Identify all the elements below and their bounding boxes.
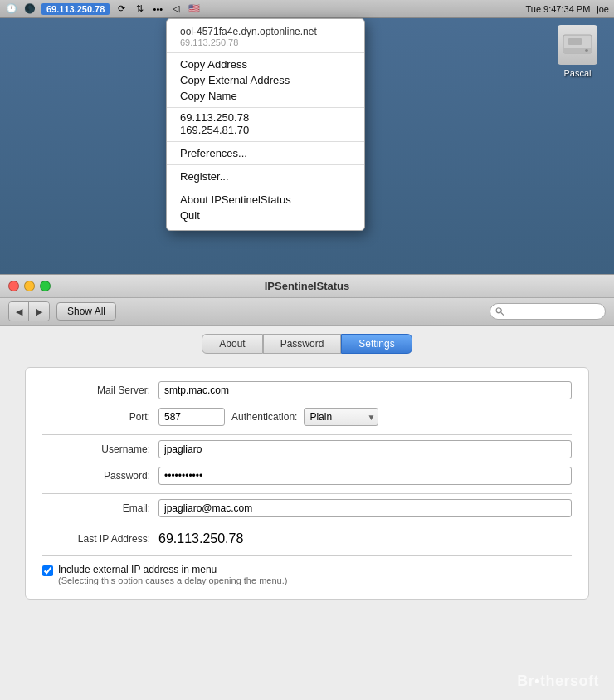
- divider-3: [42, 526, 572, 526]
- dropdown-section-prefs: Preferences...: [167, 142, 364, 165]
- refresh-icon: ⟳: [115, 2, 128, 16]
- drive-image: [558, 25, 597, 65]
- window-title: IPSentinelStatus: [265, 280, 350, 292]
- username-input[interactable]: [158, 440, 572, 458]
- desktop: 🕐 🌑 69.113.250.78 ⟳ ⇅ ••• ◁ 🇺🇸 Tue 9:47:…: [0, 0, 614, 274]
- email-row: Email:: [42, 499, 572, 517]
- preferences-window: IPSentinelStatus ◀ ▶ Show All About Pass…: [0, 274, 614, 700]
- tab-about[interactable]: About: [202, 334, 262, 354]
- register-item[interactable]: Register...: [167, 169, 364, 184]
- menubar-left: 🕐 🌑 69.113.250.78 ⟳ ⇅ ••• ◁ 🇺🇸: [5, 2, 201, 16]
- last-ip-row: Last IP Address: 69.113.250.78: [42, 531, 572, 546]
- datetime: Tue 9:47:34 PM: [525, 4, 590, 14]
- show-all-button[interactable]: Show All: [56, 302, 116, 321]
- port-auth-row: Port: Authentication: Plain MD5 Login No…: [42, 408, 572, 426]
- svg-line-5: [501, 313, 504, 316]
- dropdown-menu: ool-4571fa4e.dyn.optonline.net 69.113.25…: [166, 18, 365, 231]
- settings-form: Mail Server: Port: Authentication: Plain…: [25, 367, 589, 600]
- copy-name-item[interactable]: Copy Name: [167, 88, 364, 104]
- branding: Br•thersoft: [517, 673, 599, 690]
- copy-external-item[interactable]: Copy External Address: [167, 72, 364, 88]
- titlebar: IPSentinelStatus: [0, 275, 614, 298]
- maximize-button[interactable]: [40, 281, 51, 291]
- divider-2: [42, 493, 572, 494]
- addr-secondary: 169.254.81.70: [180, 124, 351, 136]
- checkbox-sub-label: (Selecting this option causes a delay op…: [58, 575, 287, 585]
- copy-address-item[interactable]: Copy Address: [167, 56, 364, 72]
- auth-select[interactable]: Plain MD5 Login None: [304, 408, 378, 426]
- username-label: Username:: [42, 443, 150, 455]
- moon-icon: 🌑: [23, 2, 37, 16]
- search-box[interactable]: [490, 303, 606, 320]
- search-input[interactable]: [507, 306, 600, 317]
- dropdown-addresses: 69.113.250.78 169.254.81.70: [167, 108, 364, 142]
- dropdown-ip-sub: 69.113.250.78: [180, 37, 351, 47]
- quit-item[interactable]: Quit: [167, 208, 364, 223]
- username-row: Username:: [42, 440, 572, 458]
- svg-point-2: [585, 49, 588, 52]
- content-area: About Password Settings Mail Server: Por…: [0, 326, 614, 700]
- last-ip-value: 69.113.250.78: [158, 531, 243, 546]
- arrows-icon: ⇅: [133, 2, 146, 16]
- menubar: 🕐 🌑 69.113.250.78 ⟳ ⇅ ••• ◁ 🇺🇸 Tue 9:47:…: [0, 0, 614, 18]
- vol-icon: ◁: [169, 2, 183, 16]
- svg-point-4: [496, 308, 501, 313]
- password-row: Password:: [42, 467, 572, 485]
- tabs-container: About Password Settings: [202, 334, 412, 354]
- password-label: Password:: [42, 470, 150, 482]
- nav-back-button[interactable]: ◀: [9, 302, 29, 321]
- port-input[interactable]: [158, 408, 225, 426]
- port-auth-group: Authentication: Plain MD5 Login None ▼: [158, 408, 378, 426]
- close-button[interactable]: [8, 281, 19, 291]
- flag-icon: 🇺🇸: [188, 2, 201, 16]
- port-label: Port:: [42, 411, 150, 423]
- mail-server-row: Mail Server:: [42, 381, 572, 399]
- divider-1: [42, 434, 572, 435]
- drive-label: Pascal: [563, 68, 591, 78]
- dropdown-section-copy: Copy Address Copy External Address Copy …: [167, 53, 364, 108]
- dropdown-section-register: Register...: [167, 165, 364, 188]
- external-ip-checkbox[interactable]: [42, 565, 53, 576]
- menubar-right: Tue 9:47:34 PM joe: [525, 4, 609, 14]
- minimize-button[interactable]: [24, 281, 35, 291]
- hard-drive-svg: [562, 32, 593, 58]
- svg-rect-3: [568, 38, 582, 45]
- nav-forward-button[interactable]: ▶: [29, 302, 49, 321]
- drive-icon-container: Pascal: [558, 25, 597, 78]
- tab-settings[interactable]: Settings: [341, 334, 412, 354]
- about-item[interactable]: About IPSentinelStatus: [167, 192, 364, 208]
- window-controls: [8, 281, 51, 291]
- addr-primary: 69.113.250.78: [180, 111, 351, 124]
- dropdown-hostname: ool-4571fa4e.dyn.optonline.net: [180, 26, 351, 37]
- ip-display[interactable]: 69.113.250.78: [41, 3, 110, 15]
- checkbox-row: Include external IP address in menu (Sel…: [42, 564, 572, 585]
- mail-server-input[interactable]: [158, 381, 572, 399]
- search-icon: [495, 306, 504, 316]
- password-input[interactable]: [158, 467, 572, 485]
- divider-4: [42, 555, 572, 556]
- username: joe: [597, 4, 609, 14]
- tab-password[interactable]: Password: [263, 334, 342, 354]
- toolbar: ◀ ▶ Show All: [0, 298, 614, 326]
- auth-select-wrapper: Plain MD5 Login None ▼: [304, 408, 378, 426]
- checkbox-text: Include external IP address in menu (Sel…: [58, 564, 287, 585]
- last-ip-label: Last IP Address:: [42, 533, 150, 545]
- email-input[interactable]: [158, 499, 572, 517]
- auth-label: Authentication:: [231, 411, 297, 423]
- email-label: Email:: [42, 502, 150, 514]
- checkbox-main-label: Include external IP address in menu: [58, 564, 287, 575]
- dropdown-section-about: About IPSentinelStatus Quit: [167, 188, 364, 227]
- nav-buttons: ◀ ▶: [8, 301, 50, 321]
- dropdown-header: ool-4571fa4e.dyn.optonline.net 69.113.25…: [167, 22, 364, 53]
- dots-icon: •••: [151, 2, 164, 16]
- clock-icon: 🕐: [5, 2, 18, 16]
- mail-server-label: Mail Server:: [42, 384, 150, 396]
- preferences-item[interactable]: Preferences...: [167, 145, 364, 161]
